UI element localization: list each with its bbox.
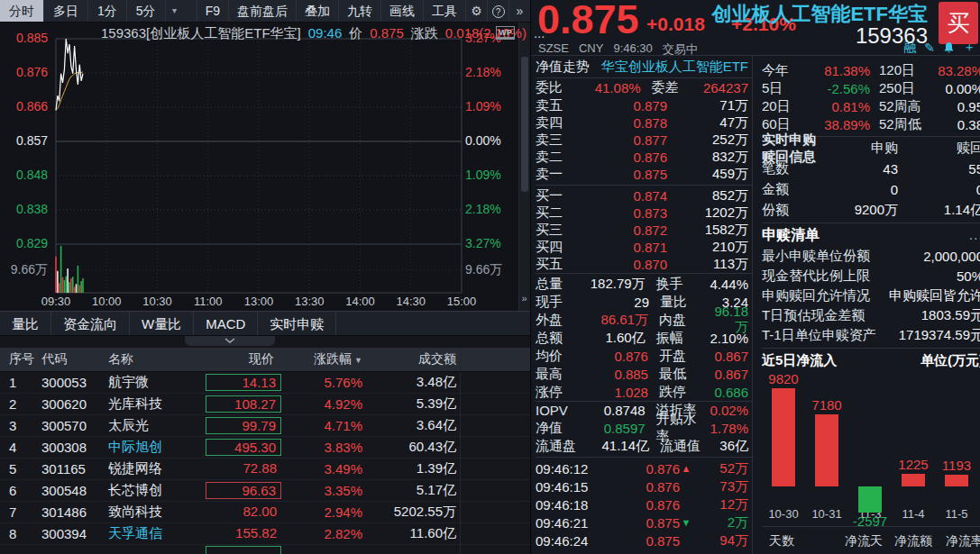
- chart-section: 分时多日1分5分 ▾ F9盘前盘后叠加九转画线工具 ⚙ ? » 159363[创…: [0, 0, 530, 554]
- scrollbar-thumb[interactable]: [521, 57, 528, 192]
- cell-seq: 5: [0, 461, 41, 477]
- stat-value-2: 0.686: [714, 385, 748, 400]
- time-axis-label: 10:00: [85, 295, 128, 308]
- level-label: 卖三: [536, 132, 588, 149]
- perf-label-1: 20日: [762, 98, 805, 115]
- period-tab[interactable]: 1分: [88, 0, 127, 22]
- net-inflow-value: -2597: [843, 513, 897, 529]
- ellipsis[interactable]: ...: [534, 25, 545, 42]
- indicator-tab[interactable]: 实时申赎: [258, 312, 336, 335]
- toolbar-action[interactable]: 九转: [338, 0, 380, 22]
- table-row[interactable]: 3 300570 太辰光 99.79 4.71% 3.64亿: [0, 415, 530, 437]
- table-body: 1 300053 航宇微 14.13 5.76% 3.48亿 2 300620 …: [0, 372, 530, 554]
- cell-amount: 3.64亿: [375, 417, 460, 434]
- net-inflow-unit: 单位(万元): [837, 352, 980, 369]
- weibi-value: 41.08%: [584, 80, 641, 95]
- expand-icon[interactable]: »: [518, 293, 530, 304]
- bid-row[interactable]: 买三 0.872 1582万: [536, 222, 752, 239]
- table-row[interactable]: 6 300548 长芯博创 96.63 3.35% 5.17亿: [0, 480, 530, 502]
- period-tab[interactable]: 分时: [0, 0, 44, 22]
- cell-filler: [460, 545, 530, 554]
- help-glyph: ?: [492, 5, 505, 18]
- help-icon[interactable]: ?: [487, 0, 508, 22]
- perf-row: 5日 -2.56% 250日 0.00%: [762, 79, 980, 97]
- bid-row[interactable]: 买一 0.874 852万: [536, 187, 752, 204]
- col-header-price[interactable]: 现价: [200, 351, 281, 368]
- gear-icon[interactable]: ⚙: [465, 0, 487, 22]
- chart-scrollbar[interactable]: »: [518, 23, 530, 311]
- table-row[interactable]: 4 300308 中际旭创 495.30 3.83% 60.43亿: [0, 437, 530, 459]
- ask-row[interactable]: 卖一 0.875 459万: [536, 166, 752, 183]
- stat-value-2: 0.02%: [710, 403, 748, 418]
- tick-volume: 73万: [692, 478, 748, 495]
- period-tab[interactable]: 多日: [44, 0, 88, 22]
- buy-button[interactable]: 买: [939, 2, 978, 44]
- col-header-name[interactable]: 名称: [108, 351, 200, 368]
- sub-buy-value: 9200万: [821, 202, 898, 219]
- tick-volume: 2万: [692, 514, 748, 531]
- stat-label-1: 总额: [536, 330, 586, 347]
- chart-price: 0.875: [370, 25, 404, 42]
- ask-row[interactable]: 卖三 0.877 252万: [536, 132, 752, 149]
- col-header-code[interactable]: 代码: [41, 351, 108, 368]
- ask-row[interactable]: 卖二 0.876 832万: [536, 149, 752, 166]
- time-axis-label: 13:30: [288, 295, 331, 308]
- table-row[interactable]: 7 301486 致尚科技 82.00 2.94% 5202.55万: [0, 502, 530, 523]
- more-icon[interactable]: »: [508, 0, 530, 22]
- indicator-tab[interactable]: 量比: [0, 312, 51, 335]
- collapse-handle[interactable]: [185, 336, 275, 346]
- cell-amount: 3.48亿: [375, 374, 460, 391]
- chart-title-bar: 159363[创业板人工智能ETF华宝] 09:46 价 0.875 涨跌 0.…: [101, 25, 545, 42]
- table-row[interactable]: 8 300394 天孚通信 155.82 2.82% 11.60亿: [0, 523, 530, 545]
- indicator-tab[interactable]: W量比: [130, 312, 194, 335]
- bid-row[interactable]: 买五 0.870 113万: [536, 256, 752, 273]
- time-axis-label: 10:30: [136, 295, 179, 308]
- indicator-tab[interactable]: 资金流向: [51, 312, 130, 335]
- stat-row: 外盘 86.61万 内盘 96.18万: [536, 311, 752, 329]
- toolbar-action[interactable]: 盘前盘后: [228, 0, 296, 22]
- table-row[interactable]: 5 301165 锐捷网络 72.88 3.49% 1.39亿: [0, 459, 530, 480]
- tick-row: 09:46:24 0.875 94万: [536, 531, 752, 549]
- period-tab[interactable]: 5分: [127, 0, 166, 22]
- cell-filler: [460, 372, 530, 393]
- cell-name: 光库科技: [108, 395, 200, 413]
- ask-row[interactable]: 卖五 0.879 71万: [536, 97, 752, 114]
- pencil-icon[interactable]: ✎: [924, 41, 935, 55]
- chevron-down-icon[interactable]: ▾: [166, 0, 184, 22]
- toolbar-action[interactable]: 叠加: [296, 0, 338, 22]
- table-row[interactable]: [0, 545, 530, 554]
- cell-amount: 11.60亿: [375, 525, 460, 542]
- col-header-pct[interactable]: 涨跌幅▼: [281, 351, 375, 368]
- stat-value-2: 0.867: [714, 367, 748, 382]
- more-icon[interactable]: ...: [820, 227, 980, 243]
- ask-row[interactable]: 卖四 0.878 47万: [536, 114, 752, 132]
- indicator-tab[interactable]: MACD: [194, 312, 258, 335]
- cell-price: 14.13: [200, 374, 281, 391]
- table-row[interactable]: 1 300053 航宇微 14.13 5.76% 3.48亿: [0, 372, 530, 394]
- toolbar-action[interactable]: 工具: [423, 0, 465, 22]
- table-row[interactable]: 2 300620 光库科技 108.27 4.92% 5.39亿: [0, 394, 530, 415]
- redemption-value: 申购赎回皆允许: [889, 287, 980, 304]
- time-axis-label: 09:30: [34, 295, 78, 308]
- cell-seq: 3: [0, 418, 41, 433]
- stat-value-1: 1.60亿: [586, 330, 646, 347]
- stat-label-2: 量比: [649, 294, 716, 311]
- table-header: 序号 代码 名称 现价 涨跌幅▼ 成交额: [0, 348, 530, 372]
- toolbar-action[interactable]: 画线: [380, 0, 423, 22]
- col-header-seq[interactable]: 序号: [0, 351, 41, 368]
- fund-link[interactable]: 华宝创业板人工智能ETF: [590, 59, 748, 76]
- level-volume: 852万: [667, 187, 748, 204]
- bid-row[interactable]: 买二 0.873 1202万: [536, 204, 752, 222]
- perf-label-2: 250日: [870, 80, 935, 97]
- percent-axis-label: 2.18%: [465, 202, 501, 216]
- header-filler: [460, 348, 530, 371]
- plus-icon[interactable]: ＋: [963, 40, 975, 56]
- tick-price: 0.876: [611, 461, 680, 477]
- bid-row[interactable]: 买四 0.871 210万: [536, 239, 752, 256]
- stat-value-1: 1.028: [588, 385, 648, 400]
- bell-icon[interactable]: [943, 41, 955, 54]
- toolbar-action[interactable]: F9: [197, 0, 228, 22]
- level-label: 买五: [536, 256, 588, 273]
- col-header-amount[interactable]: 成交额: [375, 351, 460, 368]
- netrate-label: 净流率: [932, 533, 980, 549]
